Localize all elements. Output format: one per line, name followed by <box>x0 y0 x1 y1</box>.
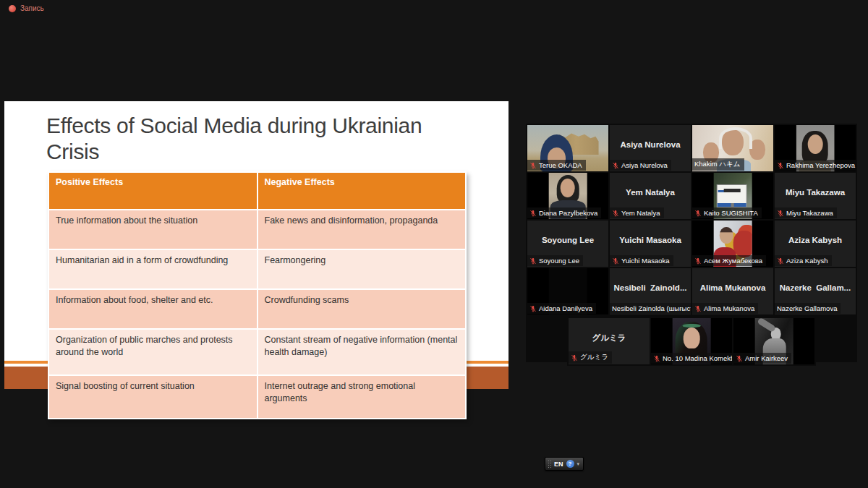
table-cell: Constant stream of negative information … <box>258 330 466 374</box>
participant-tile[interactable]: Nesibeli Zainold... Nesibeli Zainolda (ш… <box>610 268 691 314</box>
table-header-cell: Negative Effects <box>258 173 466 209</box>
slide-title: Effects of Social Media during Ukrainian… <box>46 113 466 165</box>
participant-name-center: Aziza Kabysh <box>775 236 856 244</box>
participant-name-label: Kaito SUGISHITA <box>692 207 762 218</box>
participant-tile[interactable]: Kaito SUGISHITA <box>692 173 773 219</box>
table-cell: Fearmongering <box>258 250 466 288</box>
participant-name-center: Miyu Takazawa <box>775 188 856 197</box>
participant-name-center: Alima Mukanova <box>692 283 773 292</box>
participant-label-text: Soyoung Lee <box>539 257 579 265</box>
participant-tile[interactable]: Amir Kairkeev <box>733 318 814 364</box>
participant-label-text: Diana Pazylbekova <box>539 209 597 217</box>
participant-label-text: Yem Natalya <box>621 209 660 217</box>
participant-label-text: Aziza Kabysh <box>786 257 828 265</box>
mic-muted-icon <box>777 210 784 217</box>
participant-name-label: Aziza Kabysh <box>775 255 832 266</box>
table-cell: Humanitarian aid in a form of crowdfundi… <box>49 250 257 288</box>
participant-name-label: Terue OKADA <box>527 160 586 171</box>
participant-label-text: Aidana Danilyeva <box>539 304 592 312</box>
participant-name-center: Nazerke Gallam... <box>775 283 856 292</box>
participant-name-label: Yuichi Masaoka <box>610 255 673 266</box>
table-cell: Fake news and disinformation, propaganda <box>258 210 466 249</box>
participant-name-center: Asiya Nurelova <box>610 140 691 149</box>
options-icon[interactable]: ▾ <box>577 461 580 466</box>
participant-tile[interactable]: Асем Жумабекова <box>692 221 773 267</box>
participant-label-text: Nazerke Gallamova <box>777 304 837 312</box>
table-cell: Signal boosting of current situation <box>49 376 257 418</box>
table-header-row: Positive EffectsNegative Effects <box>49 173 465 209</box>
participant-tile[interactable]: Khakim ハキム <box>692 125 773 171</box>
participant-tile[interactable]: Aidana Danilyeva <box>527 268 608 314</box>
participant-tile[interactable]: Asiya Nurelova Asiya Nurelova <box>610 125 691 171</box>
participant-name-center: グルミラ <box>569 332 650 343</box>
participant-name-label: Amir Kairkeev <box>733 353 791 364</box>
mic-muted-icon <box>736 355 743 362</box>
participant-label-text: Amir Kairkeev <box>745 354 788 362</box>
mic-muted-icon <box>529 257 537 265</box>
table-cell: Internet outrage and strong emotional ar… <box>258 376 466 418</box>
participant-name-label: Rakhima Yerezhepova <box>775 160 856 171</box>
participant-label-text: Rakhima Yerezhepova <box>786 161 855 169</box>
participant-tile[interactable]: グルミラ グルミラ <box>569 318 650 364</box>
participant-name-label: Aidana Danilyeva <box>527 303 596 314</box>
mic-muted-icon <box>529 305 537 312</box>
participant-tile[interactable]: Terue OKADA <box>527 125 608 171</box>
participant-tile[interactable]: No. 10 Madina Komekb... <box>651 318 732 364</box>
mic-muted-icon <box>653 355 660 362</box>
participant-tile[interactable]: Miyu Takazawa Miyu Takazawa <box>775 173 856 219</box>
participant-tile[interactable]: Yuichi Masaoka Yuichi Masaoka <box>610 221 691 267</box>
table-row: Humanitarian aid in a form of crowdfundi… <box>49 250 465 288</box>
participant-label-text: Terue OKADA <box>539 161 582 169</box>
drag-handle-icon[interactable] <box>548 460 551 468</box>
table-row: Signal boosting of current situationInte… <box>49 376 465 418</box>
participant-label-text: No. 10 Madina Komekb... <box>663 354 732 362</box>
language-label[interactable]: EN <box>554 461 563 468</box>
mic-muted-icon <box>694 210 702 217</box>
participant-name-label: Khakim ハキム <box>692 158 744 171</box>
participant-tile[interactable]: Yem Natalya Yem Natalya <box>610 173 691 219</box>
table-cell: Information about food, shelter and etc. <box>49 290 257 328</box>
participant-name-center: Yem Natalya <box>610 188 691 197</box>
table-row: Information about food, shelter and etc.… <box>49 290 465 328</box>
mic-muted-icon <box>694 305 702 312</box>
participant-tile[interactable]: Alima Mukanova Alima Mukanova <box>692 268 773 314</box>
participant-label-text: Asiya Nurelova <box>621 161 668 169</box>
participant-name-label: Diana Pazylbekova <box>527 207 601 218</box>
mic-muted-icon <box>694 257 702 265</box>
mic-muted-icon <box>529 162 537 169</box>
table-cell: True information about the situation <box>49 210 257 249</box>
participant-name-label: No. 10 Madina Komekb... <box>651 353 732 364</box>
language-bar[interactable]: EN ? ▾ <box>545 457 584 471</box>
effects-table: Positive EffectsNegative Effects True in… <box>48 171 467 419</box>
mic-muted-icon <box>777 257 784 265</box>
mic-muted-icon <box>612 162 619 169</box>
participant-name-center: Nesibeli Zainold... <box>610 283 691 292</box>
participant-tile[interactable]: Diana Pazylbekova <box>527 173 608 219</box>
participant-name-label: Yem Natalya <box>610 207 664 218</box>
participant-label-text: Асем Жумабекова <box>704 257 762 265</box>
participant-label-text: グルミラ <box>580 353 608 362</box>
shared-slide: Effects of Social Media during Ukrainian… <box>4 101 509 389</box>
participant-label-text: Alima Mukanova <box>704 304 754 312</box>
participant-name-label: Soyoung Lee <box>527 255 583 266</box>
recording-label: Запись <box>20 4 44 12</box>
participant-tile[interactable]: Rakhima Yerezhepova <box>775 125 856 171</box>
participant-tile[interactable]: Soyoung Lee Soyoung Lee <box>527 221 608 267</box>
participant-name-label: Nazerke Gallamova <box>775 303 841 314</box>
recording-indicator[interactable]: Запись <box>9 4 44 12</box>
participant-name-center: Soyoung Lee <box>527 236 608 244</box>
participant-label-text: Khakim ハキム <box>694 160 741 169</box>
participant-name-label: Асем Жумабекова <box>692 255 766 266</box>
mic-muted-icon <box>612 257 619 265</box>
recording-icon <box>9 5 16 12</box>
participant-label-text: Yuichi Masaoka <box>621 257 670 265</box>
mic-muted-icon <box>571 354 578 361</box>
participant-tile[interactable]: Nazerke Gallam... Nazerke Gallamova <box>775 268 856 314</box>
table-cell: Crowdfunding scams <box>258 290 466 328</box>
participant-name-label: Nesibeli Zainolda (шығыст... <box>610 303 691 314</box>
help-icon[interactable]: ? <box>566 460 574 468</box>
participant-tile[interactable]: Aziza Kabysh Aziza Kabysh <box>775 221 856 267</box>
participant-label-text: Miyu Takazawa <box>786 209 833 217</box>
mic-muted-icon <box>529 210 537 217</box>
table-row: True information about the situationFake… <box>49 210 465 249</box>
